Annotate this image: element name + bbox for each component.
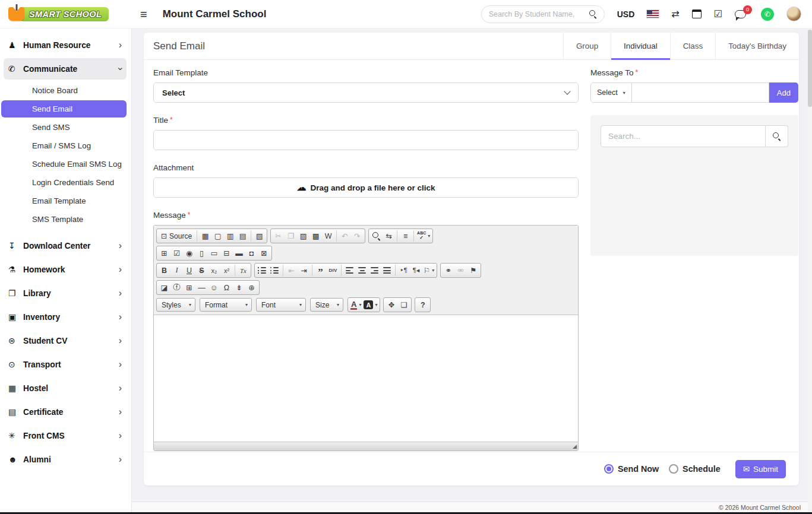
save-icon[interactable]: ▦ [199, 230, 211, 242]
subscript-icon[interactable]: x₂ [208, 264, 220, 277]
about-icon[interactable]: ? [416, 299, 429, 311]
flash-icon[interactable]: ⓕ [170, 281, 183, 294]
paste-text-icon[interactable]: ▩ [309, 230, 322, 242]
textarea-icon[interactable]: ▭ [208, 247, 220, 259]
sidebar-item-notice-board[interactable]: Notice Board [1, 82, 127, 99]
background-color-icon[interactable]: A▾ [362, 299, 378, 311]
table-icon[interactable]: ⊞ [183, 281, 195, 294]
page-scrollbar[interactable] [808, 28, 812, 512]
maximize-icon[interactable]: ✥ [385, 299, 397, 311]
form-icon[interactable]: ⊞ [158, 247, 170, 259]
ltr-icon[interactable]: ‣¶ [397, 264, 410, 277]
bold-icon[interactable]: B [158, 264, 170, 277]
page-break-icon[interactable]: ⇟ [233, 281, 245, 294]
paste-icon[interactable]: ▨ [297, 230, 309, 242]
sidebar-item-download-center[interactable]: ↧Download Center› [4, 235, 127, 256]
horizontal-rule-icon[interactable]: ― [195, 281, 208, 294]
send-now-radio[interactable]: Send Now [604, 464, 659, 474]
paste-word-icon[interactable]: W [322, 230, 334, 242]
copy-icon[interactable]: ❐ [285, 230, 297, 242]
sidebar-item-homework[interactable]: ⚗Homework› [4, 259, 127, 280]
sidebar-item-inventory[interactable]: ▣Inventory› [4, 306, 127, 328]
iframe-icon[interactable]: ⊕ [245, 281, 258, 294]
hamburger-menu-icon[interactable]: ≡ [140, 8, 147, 20]
tab-individual[interactable]: Individual [611, 33, 670, 59]
student-search-input[interactable] [489, 10, 589, 18]
sidebar-item-student-cv[interactable]: ⊜Student CV› [4, 330, 127, 351]
hidden-field-icon[interactable]: ⊠ [258, 247, 270, 259]
link-icon[interactable]: ⚭ [442, 264, 454, 277]
smiley-icon[interactable]: ☺ [208, 281, 220, 294]
align-left-icon[interactable] [343, 264, 356, 277]
unlink-icon[interactable]: ⚮ [454, 264, 467, 277]
tab-class[interactable]: Class [670, 33, 715, 59]
text-field-icon[interactable]: ▯ [195, 247, 208, 259]
anchor-icon[interactable]: ⚑ [467, 264, 479, 277]
align-center-icon[interactable] [356, 264, 368, 277]
tab-group[interactable]: Group [563, 33, 611, 59]
special-char-icon[interactable]: Ω [220, 281, 233, 294]
scrollbar-thumb[interactable] [808, 30, 812, 107]
indent-icon[interactable]: ⇥ [298, 264, 310, 277]
sidebar-item-login-credentials-send[interactable]: Login Credentials Send [1, 174, 127, 191]
exchange-icon[interactable]: ⇄ [671, 9, 679, 19]
recipient-search-button[interactable] [766, 125, 788, 147]
rtl-icon[interactable]: ¶◂ [410, 264, 422, 277]
sidebar-item-communicate[interactable]: ✆Communicate› [4, 58, 127, 80]
sidebar-item-send-sms[interactable]: Send SMS [1, 119, 127, 136]
sidebar-item-send-email[interactable]: Send Email [1, 100, 127, 118]
sidebar-item-sms-template[interactable]: SMS Template [1, 211, 127, 228]
preview-icon[interactable]: ▥ [224, 230, 236, 242]
text-color-icon[interactable]: A▾ [349, 299, 362, 311]
outdent-icon[interactable]: ⇤ [285, 264, 298, 277]
sidebar-item-email-template[interactable]: Email Template [1, 192, 127, 210]
task-icon[interactable]: ☑ [714, 9, 722, 19]
resize-handle[interactable]: ◢ [573, 444, 577, 449]
sidebar-item-hostel[interactable]: ▦Hostel› [4, 377, 127, 399]
title-input[interactable] [153, 130, 579, 150]
numbered-list-icon[interactable] [256, 264, 268, 277]
sidebar-item-schedule-email-sms-log[interactable]: Schedule Email SMS Log [1, 156, 127, 173]
print-icon[interactable]: ▤ [236, 230, 249, 242]
language-flag-icon[interactable] [647, 10, 659, 18]
image-icon[interactable]: ◪ [158, 281, 170, 294]
show-blocks-icon[interactable]: ❏ [397, 299, 410, 311]
sidebar-item-transport[interactable]: ⊙Transport› [4, 354, 127, 375]
schedule-radio[interactable]: Schedule [669, 464, 721, 474]
blockquote-icon[interactable]: ” [314, 264, 327, 277]
select-field-icon[interactable]: ⊟ [220, 247, 233, 259]
replace-icon[interactable]: ⇆ [383, 230, 395, 242]
recipient-search-input[interactable] [601, 125, 766, 147]
select-all-icon[interactable]: ≡ [399, 230, 412, 242]
source-button[interactable]: ⊡Source [158, 230, 195, 242]
size-combo[interactable]: Size▾ [310, 298, 343, 312]
chat-icon[interactable]: 0 [735, 10, 746, 18]
email-template-select[interactable]: Select [153, 83, 579, 103]
underline-icon[interactable]: U [183, 264, 195, 277]
undo-icon[interactable]: ↶ [339, 230, 351, 242]
attachment-dropzone[interactable]: ☁↑ Drag and drop a file here or click [153, 177, 579, 198]
user-avatar[interactable] [786, 7, 801, 21]
radio-button-icon[interactable]: ◉ [183, 247, 195, 259]
submit-button[interactable]: ✉ Submit [735, 460, 786, 478]
sidebar-item-front-cms[interactable]: ✳Front CMS› [4, 425, 127, 446]
search-icon[interactable] [589, 10, 597, 18]
format-combo[interactable]: Format▾ [200, 298, 252, 312]
image-button-icon[interactable]: ◘ [245, 247, 258, 259]
tab-today-s-birthday[interactable]: Today's Birthday [715, 33, 799, 59]
styles-combo[interactable]: Styles▾ [156, 298, 195, 312]
div-container-icon[interactable]: DIV [327, 264, 339, 277]
sidebar-item-library[interactable]: ❐Library› [4, 283, 127, 304]
editor-content[interactable] [154, 315, 578, 442]
templates-icon[interactable]: ▧ [253, 230, 266, 242]
redo-icon[interactable]: ↷ [351, 230, 364, 242]
sidebar-item-human-resource[interactable]: ♟Human Resource› [4, 34, 127, 56]
align-right-icon[interactable] [368, 264, 381, 277]
new-page-icon[interactable]: ▢ [211, 230, 224, 242]
remove-format-icon[interactable]: Tx [237, 264, 249, 277]
strikethrough-icon[interactable]: S [195, 264, 208, 277]
message-to-input[interactable] [632, 83, 769, 103]
smart-school-logo[interactable]: SMART SCHOOL [8, 7, 109, 21]
button-icon[interactable]: ▬ [233, 247, 245, 259]
cut-icon[interactable]: ✂ [272, 230, 285, 242]
